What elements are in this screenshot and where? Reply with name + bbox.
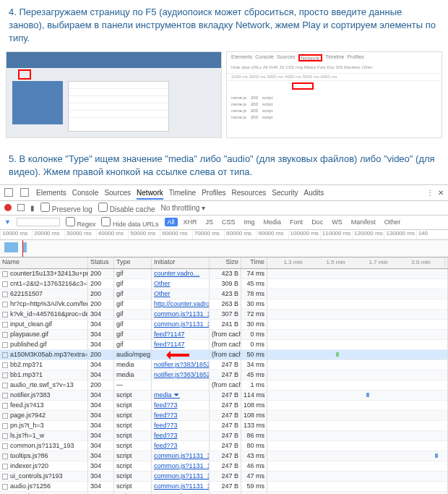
filter-js[interactable]: JS [203, 218, 217, 226]
red-highlight-type [292, 82, 314, 90]
tab-network[interactable]: Network [137, 189, 163, 200]
regex-checkbox[interactable]: Regex [66, 217, 96, 228]
table-row[interactable]: counter15u133+32413u+prove9…200gifcounte… [0, 269, 448, 279]
col-name: Name [0, 257, 88, 268]
table-row[interactable]: indexer.js?20304scriptcommon.js?1131_19…… [0, 461, 448, 472]
table-row[interactable]: bb1.mp3?1304medianotifier.js?383/1652247… [0, 370, 448, 380]
devtools-filters: ▼ Regex Hide data URLs AllXHRJSCSSImgMed… [0, 216, 448, 230]
close-icon[interactable]: ✕ [438, 189, 444, 197]
tab-resources[interactable]: Resources [232, 189, 267, 197]
col-timeline: 1.3 min1.5 min1.7 min2.0 min [267, 257, 448, 268]
initiator-link[interactable]: feed?73 [154, 422, 178, 429]
filter-manifest[interactable]: Manifest [348, 218, 379, 226]
filter-xhr[interactable]: XHR [181, 218, 200, 226]
initiator-link[interactable]: feed?73 [154, 412, 178, 419]
network-grid-header[interactable]: Name Status Type Initiator Size Time 1.3… [0, 257, 448, 269]
red-highlight-play [18, 69, 31, 80]
initiator-link[interactable]: feed?73 [154, 432, 178, 439]
initiator-link[interactable]: http://counter.vadro… [154, 300, 210, 307]
initiator-link[interactable]: common.js?1131_19… [154, 320, 210, 328]
overview-waveform[interactable] [0, 240, 448, 257]
camera-icon[interactable]: ▮ [30, 204, 35, 212]
throttle-select[interactable]: No throttling ▾ [161, 204, 206, 212]
tab-security[interactable]: Security [272, 189, 298, 197]
table-row[interactable]: k?vk_id=4457616&proc=desktop304gifcommon… [0, 310, 448, 320]
initiator-link[interactable]: Other [154, 290, 171, 297]
preserve-log-checkbox[interactable]: Preserve log [40, 203, 92, 213]
device-icon[interactable] [20, 188, 29, 197]
initiator-link[interactable]: notifier.js?383/1652 [154, 371, 210, 378]
col-type: Type [114, 257, 152, 268]
step4-images: ElementsConsoleSourcesNetworkTimelinePro… [0, 51, 448, 147]
hide-dataurls-checkbox[interactable]: Hide data URLs [101, 217, 158, 228]
tab-timeline[interactable]: Timeline [169, 189, 196, 197]
devtools-toolbar: ▮ Preserve log Disable cache No throttli… [0, 201, 448, 216]
table-row[interactable]: ls.js?h=1_w304scriptfeed?73247 B86 ms [0, 431, 448, 441]
step5-text: 5. В колонке "Type" ищем значение "media… [0, 147, 448, 184]
table-row[interactable]: page.js?942304scriptfeed?73247 B108 ms [0, 411, 448, 421]
filter-css[interactable]: CSS [219, 218, 238, 226]
initiator-link[interactable]: media ⏷ [154, 391, 180, 399]
devtools-thumb: ElementsConsoleSourcesNetworkTimelinePro… [226, 51, 442, 138]
filter-ws[interactable]: WS [329, 218, 345, 226]
table-row[interactable]: common.js?1131_193304scriptfeed?73247 B8… [0, 441, 448, 451]
initiator-link[interactable]: common.js?1131_19… [154, 452, 210, 459]
initiator-link[interactable]: feed?73 [154, 442, 178, 449]
initiator-link[interactable]: counter.vadro… [154, 270, 200, 277]
tab-sources[interactable]: Sources [104, 189, 131, 197]
filter-input[interactable] [17, 218, 60, 226]
devtools-panel: ElementsConsoleSourcesNetworkTimelinePro… [0, 184, 448, 494]
disable-cache-checkbox[interactable]: Disable cache [98, 203, 155, 213]
table-row[interactable]: cnt1=2&t2=13763216&c3=&c4=mf6…200gifOthe… [0, 279, 448, 289]
filter-font[interactable]: Font [287, 218, 306, 226]
col-time: Time [241, 257, 267, 268]
table-row[interactable]: ui_controls.js?193304scriptcommon.js?113… [0, 472, 448, 482]
tab-elements[interactable]: Elements [36, 189, 66, 197]
initiator-link[interactable]: notifier.js?383/1652 [154, 361, 210, 368]
tab-audits[interactable]: Audits [303, 189, 324, 197]
table-row[interactable]: audio.js?1256304scriptcommon.js?1131_19…… [0, 482, 448, 492]
initiator-link[interactable]: feed?73 [154, 401, 178, 409]
table-row[interactable]: notifier.js?383304scriptmedia ⏷247 B114 … [0, 391, 448, 401]
initiator-link[interactable]: feed?1147 [154, 331, 185, 338]
filter-img[interactable]: Img [241, 218, 258, 226]
step4-text: 4. Перезагружаем страницу по F5 (аудиопо… [0, 0, 448, 51]
filter-doc[interactable]: Doc [309, 218, 326, 226]
tab-profiles[interactable]: Profiles [202, 189, 225, 197]
initiator-link[interactable]: common.js?1131_19… [154, 482, 210, 490]
clear-icon[interactable] [17, 204, 25, 211]
table-row[interactable]: hr?cp=http%3A//vk.com/feed1620*109…200gi… [0, 299, 448, 310]
filter-other[interactable]: Other [382, 218, 404, 226]
col-initiator: Initiator [152, 257, 210, 268]
network-grid-body: counter15u133+32413u+prove9…200gifcounte… [0, 269, 448, 494]
vk-page-thumb [6, 51, 222, 138]
col-status: Status [88, 257, 114, 268]
inspect-icon[interactable] [4, 188, 13, 197]
table-row[interactable]: pn.js?t_h=3304scriptfeed?73247 B133 ms [0, 421, 448, 431]
table-row[interactable]: tooltips.js?86304scriptcommon.js?1131_19… [0, 451, 448, 461]
col-size: Size [210, 257, 241, 268]
devtools-main-tabs: ElementsConsoleSourcesNetworkTimelinePro… [0, 185, 448, 201]
timeline-ruler: 10000 ms20000 ms30000 ms40000 ms50000 ms… [0, 230, 448, 240]
table-row[interactable]: a150M3K05ab.mp3?extra=53f0bKf5&aso2200au… [0, 350, 448, 360]
initiator-link[interactable]: common.js?1131_19… [154, 462, 210, 469]
filter-icon[interactable]: ▼ [4, 218, 11, 226]
table-row[interactable]: feed.js?413304scriptfeed?73247 B108 ms [0, 401, 448, 411]
filter-all[interactable]: All [165, 218, 178, 226]
table-row[interactable]: published.gif304giffeed?1147(from cach…0… [0, 340, 448, 350]
tab-console[interactable]: Console [72, 189, 99, 197]
table-row[interactable]: bb2.mp3?1304medianotifier.js?383/1652247… [0, 360, 448, 370]
table-row[interactable]: audio_rte.swf_s?v=13200—(from cach…1 ms [0, 380, 448, 391]
initiator-link[interactable]: Other [154, 280, 171, 287]
table-row[interactable]: input_clean.gif304gifcommon.js?1131_19…2… [0, 320, 448, 330]
filter-media[interactable]: Media [261, 218, 285, 226]
table-row[interactable]: playpause.gif304giffeed?1147(from cach…0… [0, 330, 448, 340]
table-row[interactable]: 622151507200gifOther423 B78 ms [0, 289, 448, 299]
initiator-link[interactable]: common.js?1131_19… [154, 310, 210, 318]
network-tab-highlight: Network [298, 54, 323, 61]
initiator-link[interactable]: feed?1147 [154, 341, 185, 348]
record-icon[interactable] [4, 204, 12, 211]
menu-icon[interactable]: ⋮ [426, 189, 434, 197]
initiator-link[interactable]: common.js?1131_19… [154, 472, 210, 480]
